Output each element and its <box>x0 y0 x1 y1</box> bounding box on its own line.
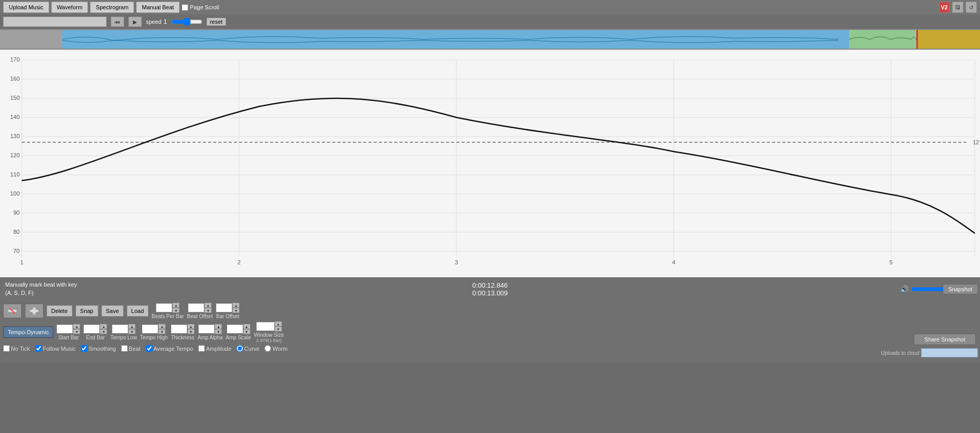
thickness-up[interactable]: ▲ <box>187 324 195 329</box>
beat-offset-input[interactable]: 0 <box>188 303 204 312</box>
hint-line1: Manually mark beat with key <box>5 281 77 289</box>
waveform-green-section[interactable] <box>849 30 916 49</box>
svg-marker-40 <box>32 312 36 315</box>
speed-value: 1 <box>164 18 167 25</box>
window-size-input[interactable]: 2 <box>256 322 275 331</box>
page-scroll-checkbox[interactable] <box>182 4 188 11</box>
bar-offset-up[interactable]: ▲ <box>232 303 240 308</box>
status-bar: Manually mark beat with key (A, S, D, F)… <box>0 277 980 301</box>
bar-offset-down[interactable]: ▼ <box>232 308 240 313</box>
start-bar-input[interactable]: 1 <box>56 324 73 334</box>
start-bar-up[interactable]: ▲ <box>73 324 80 329</box>
load-button[interactable]: Load <box>127 305 149 317</box>
svg-text:2: 2 <box>237 259 241 265</box>
beat-offset-input-group: 0 ▲ ▼ <box>188 303 212 313</box>
worm-radio[interactable] <box>264 345 271 352</box>
beats-per-bar-input[interactable]: 6 <box>156 303 172 312</box>
svg-text:5: 5 <box>889 259 893 265</box>
tempo-high-down[interactable]: ▼ <box>158 329 166 334</box>
tempo-low-down[interactable]: ▼ <box>128 329 136 334</box>
waveform-button[interactable]: Waveform <box>51 2 88 13</box>
upload-music-button[interactable]: Upload Music <box>3 2 49 13</box>
time1: 0:00:12.846 <box>472 281 508 289</box>
file-name-input[interactable]: cortot 19-22 <box>3 17 107 27</box>
svg-text:90: 90 <box>13 210 20 216</box>
svg-text:100: 100 <box>10 190 20 197</box>
tempo-dynamic-button[interactable]: Tempo-Dynamic <box>3 326 53 338</box>
average-tempo-checkbox[interactable] <box>146 345 153 352</box>
no-tick-group: No Tick <box>3 345 30 352</box>
tempo-low-up[interactable]: ▲ <box>128 324 136 329</box>
beat-offset-down[interactable]: ▼ <box>204 308 212 313</box>
play-button[interactable]: ▶ <box>128 17 142 27</box>
average-tempo-group: Average Tempo <box>146 345 194 352</box>
reset-button[interactable]: reset <box>206 18 226 26</box>
tempo-high-up[interactable]: ▲ <box>158 324 166 329</box>
snapshot-button[interactable]: Snapshot <box>943 284 978 294</box>
window-size-input-group: 2 ▲ ▼ <box>256 321 282 332</box>
worm-group: Worm <box>264 345 287 352</box>
beat-checkbox[interactable] <box>121 345 128 352</box>
smoothing-checkbox[interactable] <box>81 345 87 352</box>
spectrogram-button[interactable]: Spectrogram <box>90 2 134 13</box>
window-size-down[interactable]: ▼ <box>275 326 282 332</box>
manual-beat-button[interactable]: Manual Beat <box>136 2 180 13</box>
amp-scale-input[interactable]: 2 <box>227 324 243 334</box>
rewind-button[interactable]: ⏮ <box>111 17 124 27</box>
window-size-up[interactable]: ▲ <box>275 321 282 326</box>
thickness-spinners: ▲ ▼ <box>187 324 195 334</box>
svg-text:130: 130 <box>10 133 20 139</box>
tempo-low-spinners: ▲ ▼ <box>128 324 136 334</box>
beat-offset-up[interactable]: ▲ <box>204 303 212 308</box>
tempo-high-input[interactable]: 170 <box>142 324 158 334</box>
delete-button[interactable]: Delete <box>47 305 72 317</box>
amp-alpha-down[interactable]: ▼ <box>215 329 222 334</box>
upload-cloud-label: Uploads to cloud <box>881 350 919 356</box>
page-scroll-label: Page Scroll <box>190 4 219 10</box>
smoothing-label: Smoothing <box>88 346 116 352</box>
amp-alpha-up[interactable]: ▲ <box>215 324 222 329</box>
amplitude-checkbox[interactable] <box>198 345 205 352</box>
thickness-down[interactable]: ▼ <box>187 329 195 334</box>
curve-group: Curve <box>236 345 259 352</box>
bar-offset-spinners: ▲ ▼ <box>232 303 240 313</box>
beat-label: Beat <box>129 346 141 352</box>
waveform-yellow-section[interactable] <box>918 30 980 49</box>
amp-scale-down[interactable]: ▼ <box>243 329 250 334</box>
beats-per-bar-label: Beats Per Bar <box>152 313 184 319</box>
time-display: 0:00:12.846 0:00:13.009 <box>472 281 508 297</box>
no-tick-checkbox[interactable] <box>3 345 10 352</box>
start-bar-down[interactable]: ▼ <box>73 329 80 334</box>
default-value-label: 2.979(1 bar) <box>256 338 281 343</box>
follow-music-checkbox[interactable] <box>35 345 42 352</box>
svg-text:120: 120 <box>10 152 20 158</box>
waveform-blue-section[interactable] <box>62 30 849 49</box>
end-bar-input-group: 5 ▲ ▼ <box>83 324 107 334</box>
snap-button[interactable]: Snap <box>76 305 98 317</box>
amp-scale-up[interactable]: ▲ <box>243 324 250 329</box>
window-size-spinners: ▲ ▼ <box>275 321 282 332</box>
erase-beat-icon-btn[interactable] <box>3 304 22 318</box>
amp-alpha-input[interactable]: 20 <box>198 324 215 334</box>
upload-cloud-input[interactable] <box>921 348 978 357</box>
beats-per-bar-down[interactable]: ▼ <box>172 308 180 313</box>
end-bar-up[interactable]: ▲ <box>100 324 107 329</box>
thickness-input[interactable]: 3 <box>171 324 187 334</box>
end-bar-input[interactable]: 5 <box>83 324 100 334</box>
curve-radio[interactable] <box>236 345 243 352</box>
tempo-high-input-group: 170 ▲ ▼ <box>142 324 166 334</box>
tempo-low-input[interactable]: 70 <box>112 324 128 334</box>
save-button[interactable]: Save <box>101 305 124 317</box>
end-bar-down[interactable]: ▼ <box>100 329 107 334</box>
controls-row3: No Tick Follow Music Smoothing Beat Aver… <box>3 345 977 352</box>
save-icon[interactable]: 🖫 <box>952 2 963 13</box>
svg-text:4: 4 <box>672 259 675 265</box>
bar-offset-input[interactable]: 0 <box>216 303 232 312</box>
share-snapshot-button[interactable]: Share Snapshot <box>914 334 976 345</box>
speed-slider[interactable] <box>171 18 202 26</box>
beats-per-bar-up[interactable]: ▲ <box>172 303 180 308</box>
settings-icon[interactable]: ↺ <box>966 2 977 13</box>
move-beat-icon-btn[interactable] <box>25 304 43 318</box>
amp-alpha-label: Amp Alpha <box>198 335 222 340</box>
v2-icon[interactable]: V2 <box>939 2 950 13</box>
